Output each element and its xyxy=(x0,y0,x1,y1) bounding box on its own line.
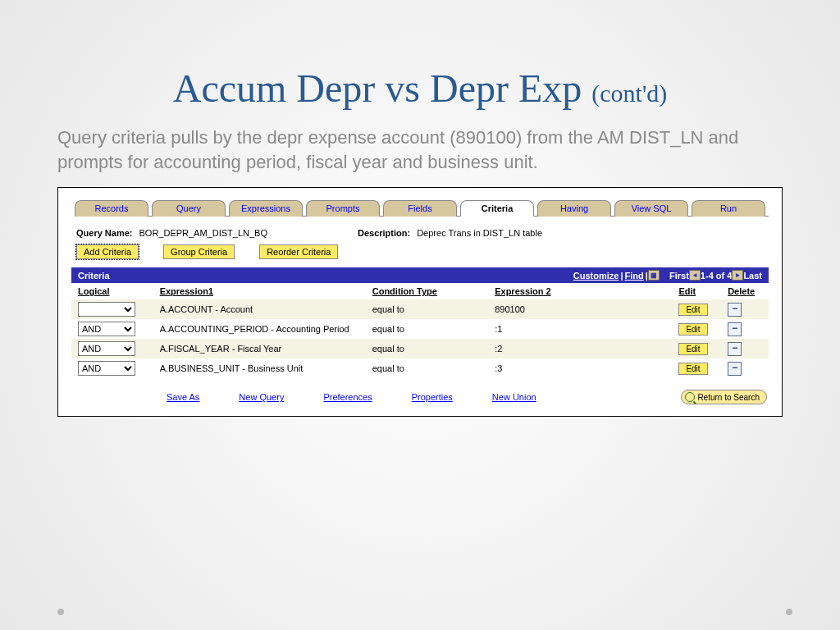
query-name-value: BOR_DEPR_AM_DIST_LN_BQ xyxy=(139,228,267,238)
customize-link[interactable]: Customize xyxy=(573,271,619,281)
delete-icon[interactable]: − xyxy=(728,322,742,336)
cell-cond: equal to xyxy=(372,363,495,373)
description-label: Description: xyxy=(358,228,410,238)
criteria-grid-bar: Criteria Customize | Find | ▦ First ◄ 1-… xyxy=(71,267,769,283)
prev-page-icon[interactable]: ◄ xyxy=(689,270,701,281)
search-icon xyxy=(685,392,695,402)
cell-expr1: A.ACCOUNT - Account xyxy=(160,304,372,314)
properties-link[interactable]: Properties xyxy=(412,392,453,402)
query-name-label: Query Name: xyxy=(76,228,132,238)
first-link[interactable]: First xyxy=(669,271,689,281)
table-row: AND A.BUSINESS_UNIT - Business Unit equa… xyxy=(71,358,769,378)
new-query-link[interactable]: New Query xyxy=(239,392,284,402)
edit-button[interactable]: Edit xyxy=(678,363,707,375)
table-row: AND A.FISCAL_YEAR - Fiscal Year equal to… xyxy=(71,339,769,358)
delete-icon[interactable]: − xyxy=(728,342,742,356)
cell-expr2: 890100 xyxy=(495,304,678,314)
delete-icon[interactable]: − xyxy=(728,362,742,376)
cell-cond: equal to xyxy=(372,344,495,354)
slide-pager xyxy=(57,609,792,615)
tab-records[interactable]: Records xyxy=(75,200,148,217)
edit-button[interactable]: Edit xyxy=(678,343,707,355)
criteria-grid: Logical Expression1 Condition Type Expre… xyxy=(71,283,769,378)
cell-cond: equal to xyxy=(372,324,495,334)
last-link[interactable]: Last xyxy=(743,271,762,281)
cell-expr1: A.ACCOUNTING_PERIOD - Accounting Period xyxy=(160,324,372,334)
find-link[interactable]: Find xyxy=(624,271,643,281)
pager-dot xyxy=(786,609,792,615)
delete-icon[interactable]: − xyxy=(728,303,742,317)
table-row: A.ACCOUNT - Account equal to 890100 Edit… xyxy=(71,299,769,319)
cell-expr2: :2 xyxy=(495,344,678,354)
cell-expr2: :1 xyxy=(495,324,678,334)
footer-links: Save As New Query Preferences Properties… xyxy=(66,378,774,408)
header-expression2[interactable]: Expression 2 xyxy=(495,286,678,296)
edit-button[interactable]: Edit xyxy=(678,323,707,336)
pager-dot xyxy=(57,609,64,615)
logical-select[interactable]: AND xyxy=(78,322,135,336)
logical-select[interactable]: AND xyxy=(78,361,135,376)
table-row: AND A.ACCOUNTING_PERIOD - Accounting Per… xyxy=(71,319,769,339)
query-info-row: Query Name: BOR_DEPR_AM_DIST_LN_BQ Descr… xyxy=(76,228,764,238)
next-page-icon[interactable]: ► xyxy=(732,270,743,281)
new-union-link[interactable]: New Union xyxy=(492,392,536,402)
logical-select[interactable]: AND xyxy=(78,341,135,356)
criteria-bar-title: Criteria xyxy=(78,271,572,281)
title-main: Accum Depr vs Depr Exp xyxy=(173,66,592,110)
tab-criteria[interactable]: Criteria xyxy=(460,200,534,217)
header-logical[interactable]: Logical xyxy=(71,286,160,296)
save-as-link[interactable]: Save As xyxy=(167,392,199,402)
header-edit: Edit xyxy=(678,286,728,296)
grid-header: Logical Expression1 Condition Type Expre… xyxy=(71,283,769,299)
criteria-button-row: Add Criteria Group Criteria Reorder Crit… xyxy=(76,244,774,259)
tab-run[interactable]: Run xyxy=(692,200,765,217)
header-condition-type[interactable]: Condition Type xyxy=(372,286,495,296)
title-suffix: (cont'd) xyxy=(591,80,667,107)
header-expression1[interactable]: Expression1 xyxy=(160,286,372,296)
tab-fields[interactable]: Fields xyxy=(383,200,457,217)
query-panel: Records Query Expressions Prompts Fields… xyxy=(57,187,783,417)
tab-expressions[interactable]: Expressions xyxy=(229,200,303,217)
edit-button[interactable]: Edit xyxy=(678,304,707,316)
cell-cond: equal to xyxy=(372,304,495,314)
description-value: Deprec Trans in DIST_LN table xyxy=(417,228,542,238)
cell-expr1: A.FISCAL_YEAR - Fiscal Year xyxy=(160,344,372,354)
group-criteria-button[interactable]: Group Criteria xyxy=(163,244,235,259)
cell-expr1: A.BUSINESS_UNIT - Business Unit xyxy=(160,363,372,373)
page-title: Accum Depr vs Depr Exp (cont'd) xyxy=(57,66,783,111)
grid-download-icon[interactable]: ▦ xyxy=(648,270,660,281)
tab-having[interactable]: Having xyxy=(537,200,611,217)
tab-view-sql[interactable]: View SQL xyxy=(614,200,688,217)
cell-expr2: :3 xyxy=(495,363,678,373)
page-range: 1-4 of 4 xyxy=(701,271,733,281)
tab-query[interactable]: Query xyxy=(152,200,226,217)
return-to-search-button[interactable]: Return to Search xyxy=(681,390,767,404)
logical-select[interactable] xyxy=(78,302,135,317)
header-delete: Delete xyxy=(728,286,769,296)
subtitle-text: Query criteria pulls by the depr expense… xyxy=(57,126,783,174)
add-criteria-button[interactable]: Add Criteria xyxy=(76,244,139,259)
reorder-criteria-button[interactable]: Reorder Criteria xyxy=(259,244,338,259)
preferences-link[interactable]: Preferences xyxy=(323,392,372,402)
tab-strip: Records Query Expressions Prompts Fields… xyxy=(75,199,769,217)
tab-prompts[interactable]: Prompts xyxy=(306,200,380,217)
